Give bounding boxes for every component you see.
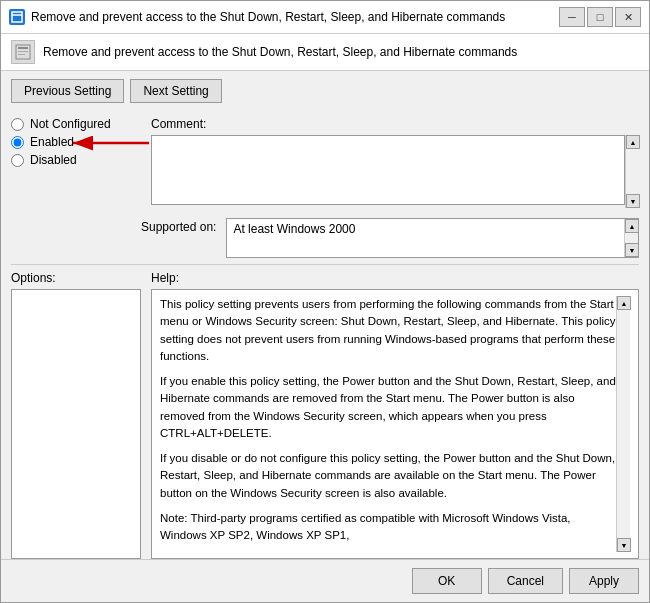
window-icon	[9, 9, 25, 25]
svg-rect-5	[18, 54, 25, 55]
svg-rect-4	[18, 51, 28, 52]
cancel-button[interactable]: Cancel	[488, 568, 563, 594]
previous-setting-button[interactable]: Previous Setting	[11, 79, 124, 103]
ok-button[interactable]: OK	[412, 568, 482, 594]
header-title: Remove and prevent access to the Shut Do…	[43, 45, 517, 59]
window-title: Remove and prevent access to the Shut Do…	[31, 10, 553, 24]
disabled-option[interactable]: Disabled	[11, 153, 141, 167]
svg-rect-3	[18, 47, 28, 49]
help-box: This policy setting prevents users from …	[151, 289, 639, 559]
title-bar: Remove and prevent access to the Shut Do…	[1, 1, 649, 34]
comment-section: Comment: ▲ ▼	[151, 117, 639, 208]
main-window: Remove and prevent access to the Shut Do…	[0, 0, 650, 603]
top-section: Not Configured Enabled	[11, 111, 639, 214]
help-paragraph-4: Note: Third-party programs certified as …	[160, 510, 616, 545]
scroll-track	[626, 149, 639, 194]
help-paragraph-3: If you disable or do not configure this …	[160, 450, 616, 502]
policy-icon	[11, 40, 35, 64]
enabled-option[interactable]: Enabled	[11, 135, 74, 149]
supported-scroll-track	[625, 233, 638, 243]
not-configured-option[interactable]: Not Configured	[11, 117, 141, 131]
options-panel: Options:	[11, 271, 141, 559]
disabled-label: Disabled	[30, 153, 77, 167]
comment-box-wrapper: ▲ ▼	[151, 135, 639, 208]
supported-value-box: At least Windows 2000 ▲ ▼	[226, 218, 639, 258]
disabled-radio[interactable]	[11, 154, 24, 167]
comment-textarea[interactable]	[151, 135, 625, 205]
help-scroll-track	[617, 310, 630, 538]
maximize-button[interactable]: □	[587, 7, 613, 27]
enabled-label: Enabled	[30, 135, 74, 149]
supported-value-text: At least Windows 2000	[233, 222, 355, 236]
nav-buttons: Previous Setting Next Setting	[1, 71, 649, 111]
arrow-indicator	[71, 133, 151, 153]
scroll-up-arrow[interactable]: ▲	[626, 135, 640, 149]
close-button[interactable]: ✕	[615, 7, 641, 27]
help-scroll-down[interactable]: ▼	[617, 538, 631, 552]
header-bar: Remove and prevent access to the Shut Do…	[1, 34, 649, 71]
minimize-button[interactable]: ─	[559, 7, 585, 27]
not-configured-label: Not Configured	[30, 117, 111, 131]
help-paragraph-1: This policy setting prevents users from …	[160, 296, 616, 365]
options-header: Options:	[11, 271, 141, 285]
help-scrollbar[interactable]: ▲ ▼	[616, 296, 630, 552]
next-setting-button[interactable]: Next Setting	[130, 79, 221, 103]
help-text: This policy setting prevents users from …	[160, 296, 616, 552]
options-box	[11, 289, 141, 559]
supported-scroll-up[interactable]: ▲	[625, 219, 639, 233]
help-scroll-up[interactable]: ▲	[617, 296, 631, 310]
comment-label: Comment:	[151, 117, 639, 131]
radio-options: Not Configured Enabled	[11, 117, 141, 208]
section-divider	[11, 264, 639, 265]
comment-scrollbar[interactable]: ▲ ▼	[625, 135, 639, 208]
supported-section: Supported on: At least Windows 2000 ▲ ▼	[141, 218, 639, 258]
help-paragraph-2: If you enable this policy setting, the P…	[160, 373, 616, 442]
supported-scrollbar[interactable]: ▲ ▼	[624, 219, 638, 257]
apply-button[interactable]: Apply	[569, 568, 639, 594]
not-configured-radio[interactable]	[11, 118, 24, 131]
footer: OK Cancel Apply	[1, 559, 649, 602]
supported-label: Supported on:	[141, 218, 216, 234]
supported-scroll-down[interactable]: ▼	[625, 243, 639, 257]
window-controls: ─ □ ✕	[559, 7, 641, 27]
options-help-section: Options: Help: This policy setting preve…	[11, 271, 639, 559]
svg-rect-0	[12, 12, 22, 22]
enabled-radio[interactable]	[11, 136, 24, 149]
scroll-down-arrow[interactable]: ▼	[626, 194, 640, 208]
content-area: Not Configured Enabled	[1, 111, 649, 559]
help-panel: Help: This policy setting prevents users…	[151, 271, 639, 559]
help-header: Help:	[151, 271, 639, 285]
